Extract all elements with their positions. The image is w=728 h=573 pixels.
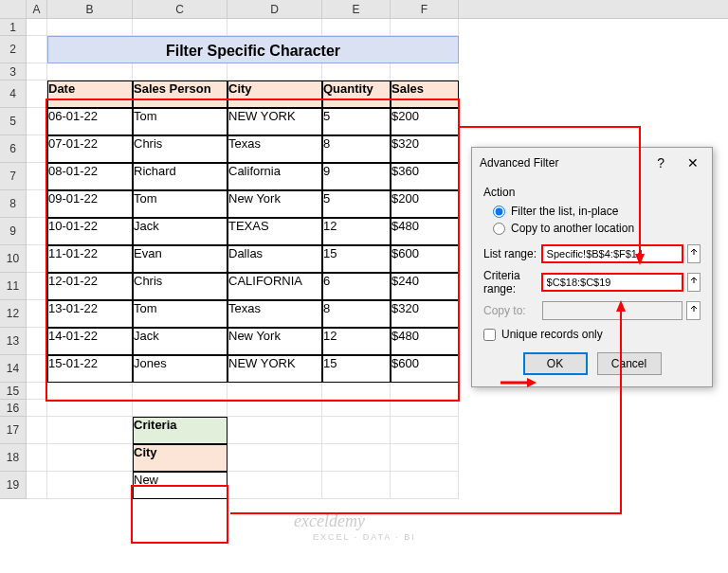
- table-cell[interactable]: Chris: [133, 273, 228, 300]
- table-cell[interactable]: Texas: [228, 135, 322, 163]
- row-header[interactable]: 2: [0, 36, 27, 63]
- table-cell[interactable]: NEW YORK: [228, 108, 322, 135]
- table-cell[interactable]: Richard: [133, 163, 228, 190]
- table-cell[interactable]: 12-01-22: [47, 273, 133, 300]
- range-select-button[interactable]: [687, 273, 701, 292]
- table-cell[interactable]: $320: [391, 135, 459, 163]
- table-cell[interactable]: CALIFORNIA: [228, 273, 322, 300]
- table-cell[interactable]: 9: [322, 163, 391, 190]
- th-city[interactable]: City: [228, 81, 322, 108]
- table-cell[interactable]: Dallas: [228, 245, 322, 273]
- table-cell[interactable]: 09-01-22: [47, 190, 133, 218]
- table-cell[interactable]: $240: [391, 273, 459, 300]
- table-cell[interactable]: Jack: [133, 218, 228, 245]
- table-cell[interactable]: $200: [391, 108, 459, 135]
- row-header[interactable]: 8: [0, 190, 27, 218]
- row-header[interactable]: 18: [0, 444, 27, 472]
- row-header[interactable]: 7: [0, 163, 27, 190]
- table-cell[interactable]: $200: [391, 190, 459, 218]
- table-cell[interactable]: California: [228, 163, 322, 190]
- th-date[interactable]: Date: [47, 81, 133, 108]
- table-cell[interactable]: Jones: [133, 355, 228, 383]
- row-header[interactable]: 14: [0, 355, 27, 383]
- table-cell[interactable]: New York: [228, 328, 322, 355]
- table-cell[interactable]: 8: [322, 135, 391, 163]
- row-header[interactable]: 12: [0, 300, 27, 328]
- row-header[interactable]: 11: [0, 273, 27, 300]
- col-header[interactable]: A: [27, 0, 47, 18]
- ok-button[interactable]: OK: [523, 352, 588, 375]
- row-header[interactable]: 17: [0, 417, 27, 444]
- row-header[interactable]: 9: [0, 218, 27, 245]
- table-cell[interactable]: New York: [228, 190, 322, 218]
- table-cell[interactable]: 12: [322, 218, 391, 245]
- cancel-button[interactable]: Cancel: [597, 352, 662, 375]
- row-header[interactable]: 16: [0, 400, 27, 417]
- criteria-field[interactable]: City: [133, 444, 228, 472]
- table-cell[interactable]: 5: [322, 108, 391, 135]
- table-cell[interactable]: Chris: [133, 135, 228, 163]
- criteria-value[interactable]: New: [133, 472, 228, 499]
- table-cell[interactable]: Texas: [228, 300, 322, 328]
- table-cell[interactable]: Jack: [133, 328, 228, 355]
- table-cell[interactable]: 07-01-22: [47, 135, 133, 163]
- col-header[interactable]: E: [322, 0, 391, 18]
- table-cell[interactable]: $480: [391, 328, 459, 355]
- row-header[interactable]: 19: [0, 472, 27, 499]
- range-select-button[interactable]: [686, 301, 701, 320]
- table-cell[interactable]: 14-01-22: [47, 328, 133, 355]
- column-headers: A B C D E F: [0, 0, 728, 19]
- list-range-input[interactable]: [541, 244, 683, 263]
- table-cell[interactable]: 15: [322, 245, 391, 273]
- range-select-button[interactable]: [687, 244, 701, 263]
- th-sales[interactable]: Sales: [391, 81, 459, 108]
- action-label: Action: [483, 186, 701, 199]
- table-cell[interactable]: 12: [322, 328, 391, 355]
- row-header[interactable]: 5: [0, 108, 27, 135]
- table-cell[interactable]: $360: [391, 163, 459, 190]
- table-cell[interactable]: TEXAS: [228, 218, 322, 245]
- criteria-range-input[interactable]: [541, 273, 683, 292]
- table-cell[interactable]: $480: [391, 218, 459, 245]
- col-header[interactable]: B: [47, 0, 133, 18]
- table-cell[interactable]: Tom: [133, 108, 228, 135]
- table-cell[interactable]: Evan: [133, 245, 228, 273]
- row-header[interactable]: 15: [0, 383, 27, 400]
- table-cell[interactable]: 15: [322, 355, 391, 383]
- table-cell[interactable]: $600: [391, 245, 459, 273]
- table-cell[interactable]: Tom: [133, 300, 228, 328]
- table-cell[interactable]: $320: [391, 300, 459, 328]
- row-header[interactable]: 1: [0, 19, 27, 36]
- th-qty[interactable]: Quantity: [322, 81, 391, 108]
- table-cell[interactable]: 8: [322, 300, 391, 328]
- table-cell[interactable]: 15-01-22: [47, 355, 133, 383]
- table-cell[interactable]: 10-01-22: [47, 218, 133, 245]
- table-cell[interactable]: 08-01-22: [47, 163, 133, 190]
- radio-filter-inplace[interactable]: Filter the list, in-place: [493, 205, 701, 218]
- col-header[interactable]: D: [228, 0, 322, 18]
- table-cell[interactable]: 06-01-22: [47, 108, 133, 135]
- dialog-titlebar: Advanced Filter ? ✕: [472, 148, 712, 178]
- table-cell[interactable]: 13-01-22: [47, 300, 133, 328]
- criteria-header[interactable]: Criteria: [133, 417, 228, 444]
- table-cell[interactable]: 6: [322, 273, 391, 300]
- table-cell[interactable]: 5: [322, 190, 391, 218]
- table-cell[interactable]: 11-01-22: [47, 245, 133, 273]
- radio-copy-location[interactable]: Copy to another location: [493, 222, 701, 235]
- col-header[interactable]: C: [133, 0, 228, 18]
- table-cell[interactable]: Tom: [133, 190, 228, 218]
- table-cell[interactable]: NEW YORK: [228, 355, 322, 383]
- row-header[interactable]: 6: [0, 135, 27, 163]
- select-all-corner[interactable]: [0, 0, 27, 18]
- unique-records-checkbox[interactable]: Unique records only: [483, 328, 701, 341]
- col-header[interactable]: F: [391, 0, 459, 18]
- help-button[interactable]: ?: [651, 153, 670, 172]
- row-header[interactable]: 3: [0, 63, 27, 81]
- close-button[interactable]: ✕: [682, 153, 704, 172]
- row-header[interactable]: 4: [0, 81, 27, 108]
- th-person[interactable]: Sales Person: [133, 81, 228, 108]
- row-header[interactable]: 10: [0, 245, 27, 273]
- row-header[interactable]: 13: [0, 328, 27, 355]
- advanced-filter-dialog: Advanced Filter ? ✕ Action Filter the li…: [471, 147, 713, 387]
- table-cell[interactable]: $600: [391, 355, 459, 383]
